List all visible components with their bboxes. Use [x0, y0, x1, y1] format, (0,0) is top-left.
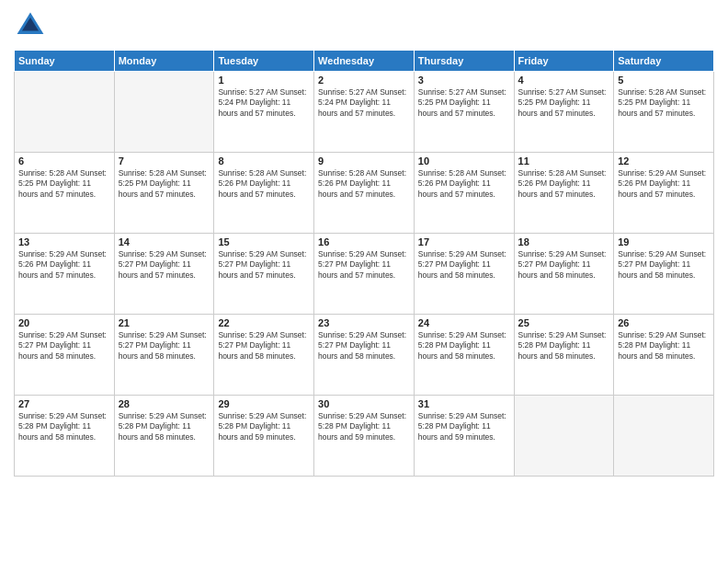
- calendar-cell: 7Sunrise: 5:28 AM Sunset: 5:25 PM Daylig…: [114, 153, 214, 234]
- day-info: Sunrise: 5:29 AM Sunset: 5:28 PM Dayligh…: [18, 411, 110, 442]
- calendar-cell: 6Sunrise: 5:28 AM Sunset: 5:25 PM Daylig…: [15, 153, 115, 234]
- day-info: Sunrise: 5:29 AM Sunset: 5:26 PM Dayligh…: [618, 168, 710, 200]
- day-info: Sunrise: 5:27 AM Sunset: 5:25 PM Dayligh…: [518, 87, 610, 119]
- calendar-week-row: 20Sunrise: 5:29 AM Sunset: 5:27 PM Dayli…: [15, 315, 714, 396]
- page: SundayMondayTuesdayWednesdayThursdayFrid…: [0, 0, 728, 563]
- day-number: 30: [318, 398, 410, 409]
- weekday-header: Saturday: [614, 51, 714, 72]
- day-info: Sunrise: 5:29 AM Sunset: 5:28 PM Dayligh…: [418, 330, 510, 362]
- day-info: Sunrise: 5:29 AM Sunset: 5:27 PM Dayligh…: [119, 249, 210, 281]
- calendar-cell: 2Sunrise: 5:27 AM Sunset: 5:24 PM Daylig…: [314, 72, 415, 153]
- weekday-header: Tuesday: [214, 51, 314, 72]
- day-info: Sunrise: 5:27 AM Sunset: 5:24 PM Dayligh…: [318, 87, 410, 119]
- day-number: 16: [318, 236, 410, 247]
- day-info: Sunrise: 5:29 AM Sunset: 5:28 PM Dayligh…: [518, 330, 610, 362]
- day-number: 28: [119, 398, 210, 409]
- day-number: 22: [218, 317, 310, 328]
- day-number: 18: [518, 236, 610, 247]
- day-number: 20: [18, 317, 110, 328]
- calendar-cell: 30Sunrise: 5:29 AM Sunset: 5:28 PM Dayli…: [314, 396, 415, 477]
- day-number: 7: [119, 155, 210, 167]
- weekday-header: Thursday: [414, 51, 514, 72]
- day-number: 27: [18, 398, 110, 409]
- day-info: Sunrise: 5:28 AM Sunset: 5:25 PM Dayligh…: [618, 87, 710, 119]
- day-info: Sunrise: 5:28 AM Sunset: 5:25 PM Dayligh…: [18, 168, 110, 200]
- day-info: Sunrise: 5:29 AM Sunset: 5:27 PM Dayligh…: [119, 330, 210, 362]
- calendar-cell: 20Sunrise: 5:29 AM Sunset: 5:27 PM Dayli…: [15, 315, 115, 396]
- weekday-header: Monday: [114, 51, 214, 72]
- day-number: 3: [418, 75, 510, 86]
- day-info: Sunrise: 5:29 AM Sunset: 5:27 PM Dayligh…: [318, 330, 410, 362]
- day-number: 24: [418, 317, 510, 328]
- calendar-cell: 5Sunrise: 5:28 AM Sunset: 5:25 PM Daylig…: [614, 72, 714, 153]
- day-number: 14: [119, 236, 210, 247]
- calendar-cell: 21Sunrise: 5:29 AM Sunset: 5:27 PM Dayli…: [114, 315, 214, 396]
- weekday-header-row: SundayMondayTuesdayWednesdayThursdayFrid…: [15, 51, 714, 72]
- calendar-cell: 12Sunrise: 5:29 AM Sunset: 5:26 PM Dayli…: [614, 153, 714, 234]
- day-number: 12: [618, 155, 710, 167]
- calendar-cell: 9Sunrise: 5:28 AM Sunset: 5:26 PM Daylig…: [314, 153, 415, 234]
- calendar-cell: 3Sunrise: 5:27 AM Sunset: 5:25 PM Daylig…: [414, 72, 514, 153]
- calendar-cell: [614, 396, 714, 477]
- calendar-cell: [114, 72, 214, 153]
- calendar-cell: 18Sunrise: 5:29 AM Sunset: 5:27 PM Dayli…: [514, 234, 614, 315]
- day-info: Sunrise: 5:29 AM Sunset: 5:27 PM Dayligh…: [218, 249, 310, 281]
- calendar-cell: 1Sunrise: 5:27 AM Sunset: 5:24 PM Daylig…: [214, 72, 314, 153]
- calendar-cell: 22Sunrise: 5:29 AM Sunset: 5:27 PM Dayli…: [214, 315, 314, 396]
- calendar-cell: 23Sunrise: 5:29 AM Sunset: 5:27 PM Dayli…: [314, 315, 415, 396]
- day-info: Sunrise: 5:28 AM Sunset: 5:26 PM Dayligh…: [218, 168, 310, 200]
- day-number: 21: [119, 317, 210, 328]
- logo-icon: [14, 9, 47, 42]
- day-number: 23: [318, 317, 410, 328]
- day-info: Sunrise: 5:29 AM Sunset: 5:28 PM Dayligh…: [218, 411, 310, 442]
- day-number: 31: [418, 398, 510, 409]
- day-number: 29: [218, 398, 310, 409]
- day-info: Sunrise: 5:29 AM Sunset: 5:28 PM Dayligh…: [318, 411, 410, 442]
- calendar-cell: 15Sunrise: 5:29 AM Sunset: 5:27 PM Dayli…: [214, 234, 314, 315]
- day-info: Sunrise: 5:27 AM Sunset: 5:24 PM Dayligh…: [218, 87, 310, 119]
- day-info: Sunrise: 5:28 AM Sunset: 5:26 PM Dayligh…: [318, 168, 410, 200]
- header: [14, 9, 714, 42]
- calendar-cell: 24Sunrise: 5:29 AM Sunset: 5:28 PM Dayli…: [414, 315, 514, 396]
- day-number: 2: [318, 75, 410, 86]
- calendar-cell: 17Sunrise: 5:29 AM Sunset: 5:27 PM Dayli…: [414, 234, 514, 315]
- day-info: Sunrise: 5:29 AM Sunset: 5:26 PM Dayligh…: [18, 249, 110, 281]
- calendar-cell: 16Sunrise: 5:29 AM Sunset: 5:27 PM Dayli…: [314, 234, 415, 315]
- calendar-cell: 25Sunrise: 5:29 AM Sunset: 5:28 PM Dayli…: [514, 315, 614, 396]
- day-info: Sunrise: 5:29 AM Sunset: 5:27 PM Dayligh…: [318, 249, 410, 281]
- calendar-cell: [514, 396, 614, 477]
- day-info: Sunrise: 5:29 AM Sunset: 5:28 PM Dayligh…: [119, 411, 210, 442]
- calendar-week-row: 13Sunrise: 5:29 AM Sunset: 5:26 PM Dayli…: [15, 234, 714, 315]
- calendar-cell: 31Sunrise: 5:29 AM Sunset: 5:28 PM Dayli…: [414, 396, 514, 477]
- day-info: Sunrise: 5:27 AM Sunset: 5:25 PM Dayligh…: [418, 87, 510, 119]
- logo: [14, 9, 51, 42]
- day-number: 26: [618, 317, 710, 328]
- day-number: 17: [418, 236, 510, 247]
- day-number: 15: [218, 236, 310, 247]
- day-info: Sunrise: 5:28 AM Sunset: 5:25 PM Dayligh…: [119, 168, 210, 200]
- calendar-cell: 27Sunrise: 5:29 AM Sunset: 5:28 PM Dayli…: [15, 396, 115, 477]
- day-number: 6: [18, 155, 110, 167]
- calendar-cell: 11Sunrise: 5:28 AM Sunset: 5:26 PM Dayli…: [514, 153, 614, 234]
- calendar-cell: 13Sunrise: 5:29 AM Sunset: 5:26 PM Dayli…: [15, 234, 115, 315]
- day-info: Sunrise: 5:29 AM Sunset: 5:27 PM Dayligh…: [418, 249, 510, 281]
- day-number: 4: [518, 75, 610, 86]
- day-info: Sunrise: 5:29 AM Sunset: 5:27 PM Dayligh…: [218, 330, 310, 362]
- calendar-cell: 10Sunrise: 5:28 AM Sunset: 5:26 PM Dayli…: [414, 153, 514, 234]
- day-number: 11: [518, 155, 610, 167]
- calendar-week-row: 27Sunrise: 5:29 AM Sunset: 5:28 PM Dayli…: [15, 396, 714, 477]
- day-info: Sunrise: 5:29 AM Sunset: 5:27 PM Dayligh…: [518, 249, 610, 281]
- day-info: Sunrise: 5:28 AM Sunset: 5:26 PM Dayligh…: [418, 168, 510, 200]
- weekday-header: Friday: [514, 51, 614, 72]
- calendar-cell: 8Sunrise: 5:28 AM Sunset: 5:26 PM Daylig…: [214, 153, 314, 234]
- calendar-week-row: 1Sunrise: 5:27 AM Sunset: 5:24 PM Daylig…: [15, 72, 714, 153]
- calendar-cell: 26Sunrise: 5:29 AM Sunset: 5:28 PM Dayli…: [614, 315, 714, 396]
- day-info: Sunrise: 5:29 AM Sunset: 5:28 PM Dayligh…: [418, 411, 510, 442]
- weekday-header: Wednesday: [314, 51, 415, 72]
- calendar-cell: 14Sunrise: 5:29 AM Sunset: 5:27 PM Dayli…: [114, 234, 214, 315]
- day-number: 1: [218, 75, 310, 86]
- day-number: 8: [218, 155, 310, 167]
- day-info: Sunrise: 5:29 AM Sunset: 5:28 PM Dayligh…: [618, 330, 710, 362]
- calendar-cell: 19Sunrise: 5:29 AM Sunset: 5:27 PM Dayli…: [614, 234, 714, 315]
- day-number: 5: [618, 75, 710, 86]
